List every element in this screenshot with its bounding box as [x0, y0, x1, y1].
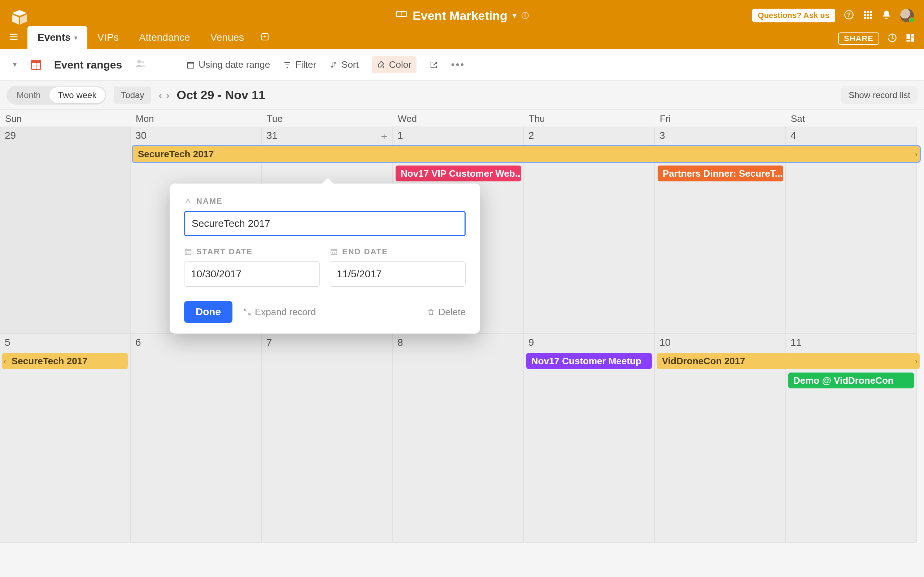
- svg-rect-6: [864, 11, 866, 13]
- table-tabs: Events▾ VIPs Attendance Venues SHARE: [0, 26, 924, 49]
- svg-rect-7: [867, 11, 869, 13]
- color-label: Color: [389, 59, 412, 70]
- next-button[interactable]: ›: [166, 89, 169, 102]
- chevron-right-icon: ›: [915, 150, 918, 158]
- week-row: 29 30 31+ 1 2 3 4 SecureTech 2017 › Nov1…: [0, 127, 924, 334]
- svg-rect-22: [187, 62, 194, 68]
- event-securetech-cont[interactable]: ‹ SecureTech 2017: [2, 353, 128, 369]
- day-cell[interactable]: 6: [131, 334, 262, 543]
- history-icon[interactable]: [887, 33, 897, 44]
- calendar: Sun Mon Tue Wed Thu Fri Sat 29 30 31+ 1 …: [0, 110, 924, 543]
- apps-icon[interactable]: [863, 10, 873, 21]
- dow: Fri: [655, 110, 786, 127]
- sort-button[interactable]: Sort: [329, 59, 359, 70]
- svg-marker-0: [12, 10, 27, 16]
- tab-events[interactable]: Events▾: [27, 26, 87, 49]
- questions-button[interactable]: Questions? Ask us: [752, 9, 835, 23]
- open-external-button[interactable]: [430, 61, 438, 69]
- show-record-list-button[interactable]: Show record list: [842, 87, 918, 104]
- tab-label: Events: [37, 32, 71, 43]
- segment-month[interactable]: Month: [8, 87, 50, 103]
- day-cell[interactable]: 8: [393, 334, 524, 543]
- day-of-week-row: Sun Mon Tue Wed Thu Fri Sat: [0, 110, 924, 127]
- add-record-icon[interactable]: +: [381, 131, 387, 143]
- prev-button[interactable]: ‹: [158, 89, 162, 102]
- svg-rect-11: [870, 14, 872, 16]
- dow: Sat: [786, 110, 917, 127]
- event-vip-webinar[interactable]: Nov17 VIP Customer Web..: [396, 166, 521, 181]
- filter-label: Filter: [295, 59, 316, 70]
- add-table-button[interactable]: [261, 32, 269, 43]
- event-demo-viddronecon[interactable]: Demo @ VidDroneCon: [788, 372, 914, 388]
- day-cell[interactable]: 7: [262, 334, 393, 543]
- bell-icon[interactable]: [881, 10, 892, 21]
- avatar[interactable]: [900, 9, 914, 23]
- event-viddronecon[interactable]: VidDroneCon 2017 ›: [657, 353, 920, 369]
- views-menu-toggle[interactable]: ▼: [11, 61, 18, 69]
- dow: Tue: [262, 110, 393, 127]
- event-label: SecureTech 2017: [138, 148, 214, 160]
- record-popover: NAME 31 START DATE 31 END DATE: [170, 184, 480, 334]
- svg-marker-2: [20, 15, 27, 24]
- tab-venues[interactable]: Venues: [200, 26, 254, 49]
- svg-point-21: [142, 61, 144, 64]
- blocks-icon[interactable]: [905, 33, 915, 44]
- tab-right: SHARE: [838, 32, 915, 45]
- svg-rect-14: [870, 17, 872, 19]
- svg-point-23: [383, 66, 384, 68]
- workspace-name: Event Marketing: [412, 9, 507, 23]
- event-customer-meetup[interactable]: Nov17 Customer Meetup: [526, 353, 652, 369]
- today-button[interactable]: Today: [114, 87, 151, 104]
- caret-down-icon: ▾: [512, 11, 517, 20]
- event-securetech[interactable]: SecureTech 2017 ›: [133, 146, 920, 162]
- logo-icon: [11, 9, 28, 26]
- segment-two-week[interactable]: Two week: [50, 87, 105, 103]
- svg-rect-10: [867, 14, 869, 16]
- tab-label: Venues: [210, 32, 244, 43]
- view-name[interactable]: Event ranges: [54, 59, 122, 71]
- svg-text:31: 31: [332, 251, 336, 255]
- day-cell[interactable]: 29: [0, 127, 131, 334]
- tab-attendance[interactable]: Attendance: [129, 26, 200, 49]
- done-button[interactable]: Done: [184, 301, 233, 323]
- calendar-icon: [31, 60, 41, 70]
- more-button[interactable]: •••: [451, 59, 465, 70]
- svg-marker-1: [12, 15, 19, 24]
- range-segment: Month Two week: [6, 86, 107, 105]
- end-date-label: 31 END DATE: [330, 247, 465, 256]
- start-date-label: 31 START DATE: [184, 247, 320, 256]
- chevron-right-icon: ›: [915, 357, 918, 365]
- end-date-input[interactable]: [330, 261, 465, 287]
- svg-text:31: 31: [186, 251, 191, 255]
- svg-point-20: [137, 60, 141, 63]
- svg-rect-9: [864, 14, 866, 16]
- app-logo[interactable]: [11, 9, 28, 27]
- share-button[interactable]: SHARE: [838, 32, 879, 45]
- color-button[interactable]: Color: [372, 56, 417, 73]
- svg-rect-12: [864, 17, 866, 19]
- event-label: Demo @ VidDroneCon: [793, 375, 894, 386]
- collaborators-icon[interactable]: [135, 58, 146, 71]
- expand-record-button[interactable]: Expand record: [243, 306, 316, 318]
- sort-label: Sort: [341, 59, 359, 70]
- tab-label: Attendance: [139, 32, 190, 43]
- using-date-range[interactable]: Using date range: [186, 59, 270, 70]
- name-input[interactable]: [184, 211, 465, 236]
- delete-button[interactable]: Delete: [427, 306, 465, 318]
- event-label: Partners Dinner: SecureT...: [663, 168, 782, 179]
- start-date-input[interactable]: [184, 261, 320, 287]
- workspace-title[interactable]: Event Marketing ▾ i: [395, 8, 529, 23]
- event-partners-dinner[interactable]: Partners Dinner: SecureT...: [657, 166, 783, 181]
- info-icon[interactable]: i: [522, 12, 529, 19]
- help-icon[interactable]: ?: [844, 10, 854, 21]
- dow: Mon: [131, 110, 262, 127]
- using-label: Using date range: [199, 59, 270, 70]
- filter-button[interactable]: Filter: [283, 59, 316, 70]
- calendar-controls: Month Two week Today ‹ › Oct 29 - Nov 11…: [0, 81, 924, 110]
- event-label: Nov17 Customer Meetup: [531, 356, 641, 367]
- top-actions: Questions? Ask us ?: [752, 9, 914, 23]
- tab-vips[interactable]: VIPs: [87, 26, 129, 49]
- event-label: Nov17 VIP Customer Web..: [401, 168, 520, 179]
- menu-icon[interactable]: [9, 32, 19, 43]
- svg-rect-16: [907, 34, 910, 39]
